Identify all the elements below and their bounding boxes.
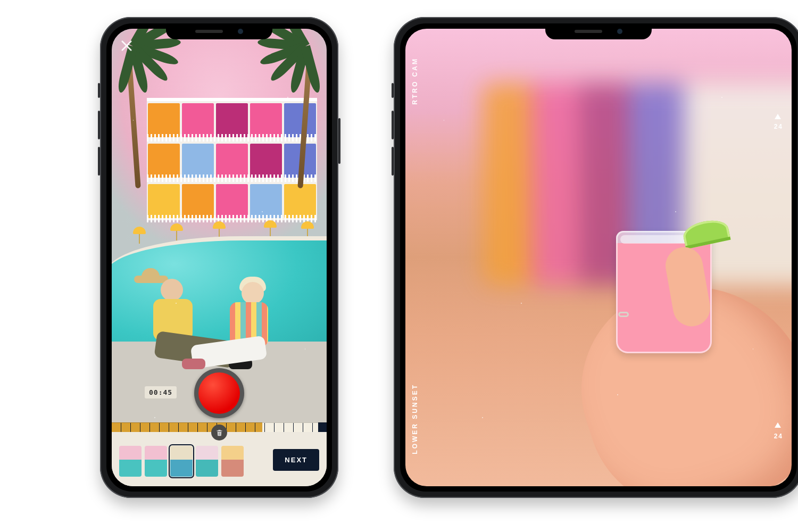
app-screen-capture: 00:45 bbox=[112, 29, 327, 486]
scene-ring bbox=[618, 312, 629, 317]
power-button bbox=[338, 118, 340, 164]
frame-arrow-icon bbox=[775, 422, 781, 428]
frame-number-bottom: 24 bbox=[774, 433, 783, 439]
volume-up-button bbox=[98, 111, 100, 139]
clip-thumbnail[interactable] bbox=[196, 446, 218, 477]
clip-thumbnail[interactable] bbox=[145, 446, 167, 477]
scene-palm bbox=[263, 29, 327, 162]
phone-notch bbox=[545, 23, 652, 39]
next-button[interactable]: NEXT bbox=[273, 449, 319, 471]
clip-thumbnail-selected[interactable] bbox=[170, 446, 193, 477]
volume-down-button bbox=[392, 147, 394, 176]
volume-up-button bbox=[392, 111, 394, 139]
frame-number-top: 24 bbox=[774, 123, 783, 130]
record-button-core bbox=[198, 372, 240, 414]
mute-switch bbox=[392, 83, 394, 98]
phone-notch bbox=[166, 23, 272, 39]
recording-timer: 00:45 bbox=[145, 386, 177, 398]
clip-tray: NEXT bbox=[112, 432, 327, 486]
record-button[interactable] bbox=[194, 368, 244, 418]
next-button-label: NEXT bbox=[285, 456, 307, 464]
clip-thumbnail[interactable] bbox=[119, 446, 142, 477]
frame-arrow-icon bbox=[775, 114, 781, 119]
frame-brand-label: RTRO CAM bbox=[412, 57, 418, 105]
trash-button[interactable] bbox=[211, 425, 227, 440]
clip-thumbnail[interactable] bbox=[221, 446, 244, 477]
phone-mockup-right: RTRO CAM LOWER SUNSET 24 24 bbox=[394, 17, 798, 498]
phone-mockup-left: 00:45 bbox=[100, 17, 338, 498]
close-icon[interactable] bbox=[119, 38, 134, 53]
clip-thumbnails bbox=[119, 446, 244, 477]
filter-preview[interactable]: RTRO CAM LOWER SUNSET 24 24 bbox=[405, 29, 792, 486]
mute-switch bbox=[98, 83, 100, 98]
volume-down-button bbox=[98, 147, 100, 176]
app-screen-preview: RTRO CAM LOWER SUNSET 24 24 bbox=[405, 29, 792, 486]
frame-filter-label: LOWER SUNSET bbox=[412, 384, 418, 454]
